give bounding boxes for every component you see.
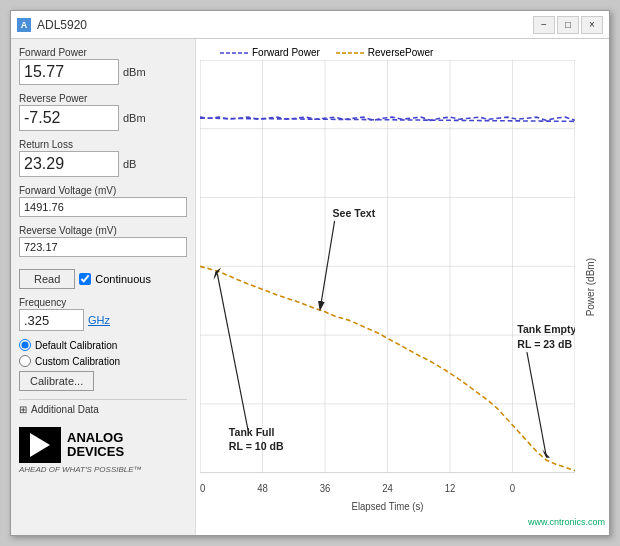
- window-title: ADL5920: [37, 18, 87, 32]
- svg-text:36: 36: [320, 482, 331, 494]
- return-loss-unit: dB: [123, 158, 136, 170]
- title-bar: A ADL5920 − □ ×: [11, 11, 609, 39]
- additional-header[interactable]: ⊞ Additional Data: [19, 404, 187, 415]
- chart-svg: 20 15 10 5 0 -5 -10 60 48 36 24 12 0: [200, 60, 575, 515]
- forward-power-unit: dBm: [123, 66, 146, 78]
- continuous-checkbox[interactable]: [79, 273, 91, 285]
- svg-text:Tank Full: Tank Full: [229, 425, 275, 438]
- reverse-power-section: Reverse Power dBm: [19, 93, 187, 131]
- svg-text:48: 48: [257, 482, 268, 494]
- additional-label: Additional Data: [31, 404, 99, 415]
- reverse-power-label: Reverse Power: [19, 93, 187, 104]
- app-icon: A: [17, 18, 31, 32]
- legend-forward-power-label: Forward Power: [252, 47, 320, 58]
- reverse-voltage-label: Reverse Voltage (mV): [19, 225, 187, 236]
- custom-cal-row: Custom Calibration: [19, 355, 187, 367]
- svg-text:24: 24: [382, 482, 393, 494]
- return-loss-label: Return Loss: [19, 139, 187, 150]
- frequency-label: Frequency: [19, 297, 187, 308]
- y-axis-label-container: Power (dBm): [575, 60, 605, 515]
- logo-text-block: ANALOGDEVICES: [67, 431, 124, 460]
- window-controls: − □ ×: [533, 16, 603, 34]
- legend-reverse-power-label: ReversePower: [368, 47, 434, 58]
- reverse-voltage-section: Reverse Voltage (mV): [19, 225, 187, 257]
- legend-reverse-power-line: [336, 49, 364, 57]
- legend-reverse-power: ReversePower: [336, 47, 434, 58]
- logo-name: ANALOGDEVICES: [67, 431, 124, 460]
- forward-voltage-label: Forward Voltage (mV): [19, 185, 187, 196]
- additional-section: ⊞ Additional Data: [19, 399, 187, 415]
- logo-box: ANALOGDEVICES: [19, 427, 124, 463]
- continuous-row: Continuous: [79, 273, 151, 285]
- frequency-section: Frequency GHz: [19, 297, 187, 331]
- play-icon: [30, 433, 50, 457]
- chart-wrapper: 20 15 10 5 0 -5 -10 60 48 36 24 12 0: [200, 60, 605, 515]
- return-loss-section: Return Loss dB: [19, 139, 187, 177]
- watermark: www.cntronics.com: [200, 517, 605, 527]
- frequency-row: GHz: [19, 309, 187, 331]
- logo-tagline: AHEAD OF WHAT'S POSSIBLE™: [19, 465, 142, 474]
- main-window: A ADL5920 − □ × Forward Power dBm Revers…: [10, 10, 610, 536]
- logo-icon-bg: [19, 427, 61, 463]
- default-cal-label: Default Calibration: [35, 340, 117, 351]
- return-loss-row: dB: [19, 151, 187, 177]
- svg-text:RL = 10 dB: RL = 10 dB: [229, 440, 284, 453]
- svg-text:RL = 23 dB: RL = 23 dB: [517, 337, 572, 350]
- y-axis-label: Power (dBm): [585, 258, 596, 316]
- svg-text:0: 0: [510, 482, 516, 494]
- default-cal-row: Default Calibration: [19, 339, 187, 351]
- read-row: Read Continuous: [19, 269, 187, 289]
- reverse-power-row: dBm: [19, 105, 187, 131]
- close-button[interactable]: ×: [581, 16, 603, 34]
- chart-area: 20 15 10 5 0 -5 -10 60 48 36 24 12 0: [200, 60, 575, 515]
- legend-forward-power: Forward Power: [220, 47, 320, 58]
- minimize-button[interactable]: −: [533, 16, 555, 34]
- svg-text:12: 12: [445, 482, 456, 494]
- maximize-button[interactable]: □: [557, 16, 579, 34]
- forward-voltage-input[interactable]: [19, 197, 187, 217]
- reverse-power-input[interactable]: [19, 105, 119, 131]
- forward-power-section: Forward Power dBm: [19, 47, 187, 85]
- reverse-power-unit: dBm: [123, 112, 146, 124]
- calibrate-button[interactable]: Calibrate...: [19, 371, 94, 391]
- right-panel: Forward Power ReversePower: [196, 39, 609, 535]
- left-panel: Forward Power dBm Reverse Power dBm Retu…: [11, 39, 196, 535]
- forward-power-label: Forward Power: [19, 47, 187, 58]
- svg-text:Elapsed Time (s): Elapsed Time (s): [351, 500, 423, 512]
- default-cal-radio[interactable]: [19, 339, 31, 351]
- custom-cal-radio[interactable]: [19, 355, 31, 367]
- reverse-voltage-input[interactable]: [19, 237, 187, 257]
- read-button[interactable]: Read: [19, 269, 75, 289]
- forward-power-input[interactable]: [19, 59, 119, 85]
- svg-text:See Text: See Text: [333, 206, 376, 219]
- collapse-icon: ⊞: [19, 404, 27, 415]
- legend-forward-power-line: [220, 49, 248, 57]
- custom-cal-label: Custom Calibration: [35, 356, 120, 367]
- frequency-input[interactable]: [19, 309, 84, 331]
- svg-text:60: 60: [200, 482, 206, 494]
- logo-area: ANALOGDEVICES AHEAD OF WHAT'S POSSIBLE™: [19, 427, 187, 474]
- svg-text:Tank Empty: Tank Empty: [517, 323, 575, 336]
- ghz-link[interactable]: GHz: [88, 314, 110, 326]
- continuous-label: Continuous: [95, 273, 151, 285]
- forward-power-row: dBm: [19, 59, 187, 85]
- forward-voltage-section: Forward Voltage (mV): [19, 185, 187, 217]
- title-bar-left: A ADL5920: [17, 18, 87, 32]
- chart-legend: Forward Power ReversePower: [220, 47, 605, 58]
- return-loss-input[interactable]: [19, 151, 119, 177]
- content-area: Forward Power dBm Reverse Power dBm Retu…: [11, 39, 609, 535]
